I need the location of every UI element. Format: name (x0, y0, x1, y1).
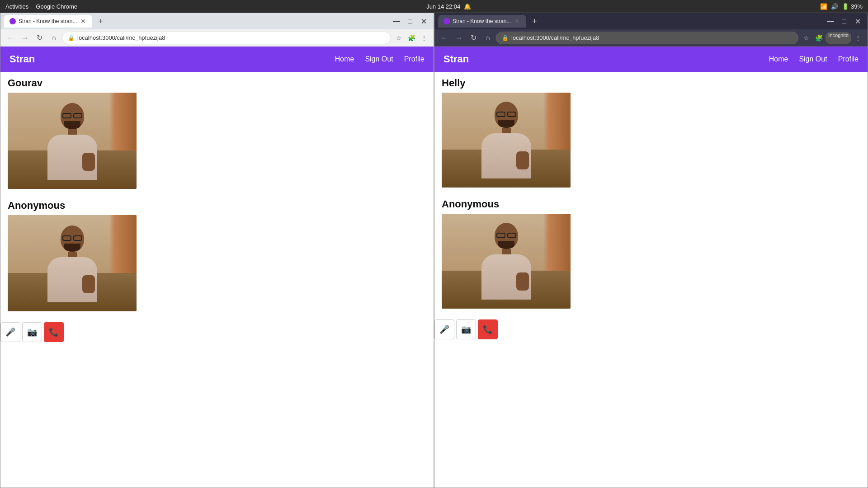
nav-signout-right[interactable]: Sign Out (799, 55, 827, 63)
person-hand-remote-left (82, 275, 95, 293)
nav-profile-left[interactable]: Profile (404, 55, 425, 63)
reload-button-right[interactable]: ↻ (467, 32, 480, 44)
person-hand-local-right (516, 151, 529, 169)
camera-button-left[interactable]: 📷 (22, 322, 42, 342)
glasses-right-local-right (507, 112, 516, 117)
person-neck-local-left (68, 129, 77, 135)
close-button-left[interactable]: ✕ (417, 15, 430, 28)
person-shoulder-remote-left (47, 257, 97, 302)
browser-toolbar-right: ← → ↻ ⌂ 🔒 localhost:3000/call/mc_hpfuezi… (434, 29, 868, 47)
window-controls-right: — □ ✕ (824, 15, 864, 28)
tab-favicon-right (443, 18, 450, 24)
beard-remote-left (64, 244, 80, 252)
minimize-button-left[interactable]: — (390, 15, 403, 28)
incognito-badge: Incognito (826, 32, 851, 44)
forward-button-left[interactable]: → (19, 32, 31, 44)
hangup-button-left[interactable]: 📞 (44, 322, 64, 342)
person-neck-local-right (502, 128, 511, 133)
os-systray: 📶 🔊 🔋 39% (820, 3, 863, 10)
menu-icon-left[interactable]: ⋮ (418, 32, 430, 44)
browser-content-right: Stran Home Sign Out Profile Helly (434, 47, 868, 488)
forward-button-right[interactable]: → (453, 32, 465, 44)
nav-home-left[interactable]: Home (335, 55, 354, 63)
extensions-icon-right[interactable]: 🧩 (813, 32, 825, 44)
bookmarks-icon-left[interactable]: ☆ (393, 32, 405, 44)
extensions-icon-left[interactable]: 🧩 (406, 32, 417, 44)
nav-profile-right[interactable]: Profile (838, 55, 859, 63)
close-button-right[interactable]: ✕ (851, 15, 864, 28)
person-head-local-left (61, 103, 84, 129)
tab-favicon-left (9, 18, 16, 24)
person-hand-remote-right (516, 272, 529, 291)
mic-button-left[interactable]: 🎤 (0, 322, 20, 342)
mic-button-right[interactable]: 🎤 (434, 319, 454, 339)
nav-home-right[interactable]: Home (769, 55, 788, 63)
person-local-left (47, 103, 97, 180)
reload-button-left[interactable]: ↻ (33, 32, 46, 44)
glasses-right-local (73, 113, 82, 118)
home-button-right[interactable]: ⌂ (481, 32, 494, 44)
nav-signout-left[interactable]: Sign Out (365, 55, 393, 63)
activities-label[interactable]: Activities (5, 3, 28, 10)
bookmarks-icon-right[interactable]: ☆ (800, 32, 812, 44)
datetime-display: Jun 14 22:04 (426, 3, 460, 10)
address-bar-left[interactable]: 🔒 localhost:3000/call/mc_hpfuezija8 (62, 32, 391, 44)
app-nav-links-left: Home Sign Out Profile (335, 55, 425, 63)
remote-video-feed-right (442, 214, 571, 309)
app-brand-left[interactable]: Stran (9, 53, 35, 65)
minimize-button-right[interactable]: — (824, 15, 837, 28)
new-tab-right[interactable]: + (528, 15, 541, 28)
browser-chrome-left: Stran - Know the stran... ✕ + — □ ✕ ← → … (0, 13, 434, 47)
person-neck-remote-left (68, 252, 77, 257)
address-bar-right[interactable]: 🔒 localhost:3000/call/mc_hpfuezija8 (496, 32, 798, 44)
tab-close-left[interactable]: ✕ (80, 18, 87, 25)
remote-video-section-right: Anonymous (434, 193, 868, 314)
glasses-left-local (62, 113, 71, 118)
browser-window-left: Stran - Know the stran... ✕ + — □ ✕ ← → … (0, 13, 434, 488)
person-shoulder-remote-right (481, 254, 531, 300)
remote-participant-name-right: Anonymous (442, 198, 860, 210)
person-local-right (481, 102, 531, 178)
person-remote-right (481, 223, 531, 300)
app-brand-right[interactable]: Stran (443, 53, 469, 65)
browser-tab-left[interactable]: Stran - Know the stran... ✕ (4, 15, 92, 28)
control-bar-left: 🎤 📷 📞 (0, 319, 434, 346)
os-clock: Jun 14 22:04 🔔 (426, 3, 471, 10)
browser-content-left: Stran Home Sign Out Profile Gourav (0, 47, 434, 488)
menu-icon-right[interactable]: ⋮ (852, 32, 864, 44)
back-button-right[interactable]: ← (438, 32, 451, 44)
home-button-left[interactable]: ⌂ (47, 32, 60, 44)
browser-tab-right[interactable]: Stran - Know the stran... ✕ (438, 15, 526, 28)
app-navbar-left: Stran Home Sign Out Profile (0, 47, 434, 72)
hangup-button-right[interactable]: 📞 (478, 319, 498, 339)
app-nav-links-right: Home Sign Out Profile (769, 55, 859, 63)
browser-chrome-right: Stran - Know the stran... ✕ + — □ ✕ ← → … (434, 13, 868, 47)
volume-icon: 🔊 (831, 3, 838, 10)
remote-video-section-left: Anonymous (0, 194, 434, 317)
glasses-right-remote-right (507, 233, 516, 238)
app-main-right: Helly (434, 72, 868, 488)
maximize-button-left[interactable]: □ (404, 15, 416, 28)
camera-button-right[interactable]: 📷 (456, 319, 476, 339)
local-video-feed-right (442, 93, 571, 188)
control-bar-right: 🎤 📷 📞 (434, 316, 868, 343)
person-head-remote-right (495, 223, 518, 249)
curtain-remote-right (543, 214, 571, 271)
maximize-button-right[interactable]: □ (838, 15, 850, 28)
person-remote-left (47, 225, 97, 302)
toolbar-actions-right: ☆ 🧩 Incognito ⋮ (800, 32, 864, 44)
tab-title-right: Stran - Know the stran... (453, 18, 511, 24)
notification-icon[interactable]: 🔔 (464, 3, 471, 10)
browser-toolbar-left: ← → ↻ ⌂ 🔒 localhost:3000/call/mc_hpfuezi… (0, 29, 434, 47)
browser-titlebar-left: Stran - Know the stran... ✕ + — □ ✕ (0, 13, 434, 29)
back-button-left[interactable]: ← (4, 32, 17, 44)
tab-close-right[interactable]: ✕ (514, 18, 521, 25)
address-security-icon-left: 🔒 (68, 35, 75, 41)
beard-local-left (64, 121, 80, 129)
tab-title-left: Stran - Know the stran... (19, 18, 77, 24)
address-text-right: localhost:3000/call/mc_hpfuezija8 (511, 34, 793, 41)
browser-label: Google Chrome (36, 3, 77, 10)
new-tab-left[interactable]: + (94, 15, 107, 28)
curtain-left (109, 93, 137, 150)
person-shoulder-local-left (47, 135, 97, 180)
